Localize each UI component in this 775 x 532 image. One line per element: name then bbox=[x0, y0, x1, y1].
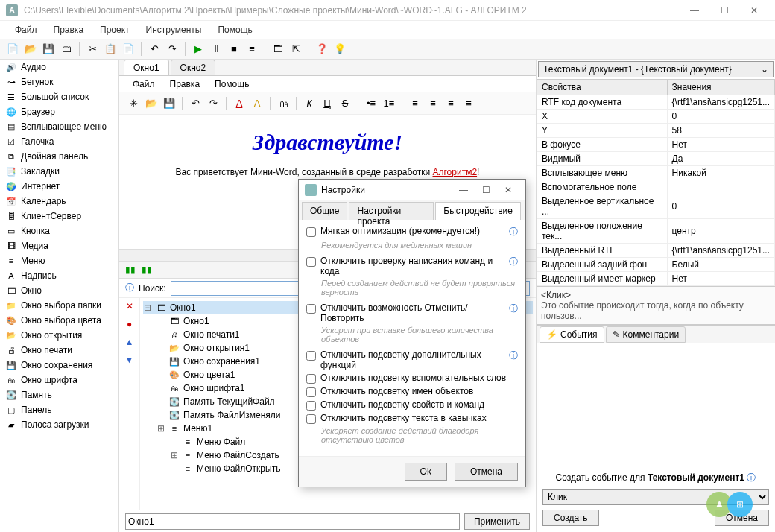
bullets-icon[interactable]: •≡ bbox=[363, 95, 379, 112]
option-checkbox[interactable] bbox=[306, 414, 316, 424]
prop-value[interactable]: Да bbox=[667, 152, 774, 166]
cut-icon[interactable]: ✂ bbox=[84, 41, 101, 57]
expand-icon[interactable]: ⊟ bbox=[143, 303, 152, 313]
window-icon[interactable]: 🗔 bbox=[270, 41, 286, 57]
palette-item[interactable]: ≡Меню bbox=[0, 253, 118, 268]
palette-item[interactable]: 🎨Окно выбора цвета bbox=[0, 313, 118, 328]
palette-item[interactable]: ⊶Бегунок bbox=[0, 75, 118, 89]
apply-button[interactable]: Применить bbox=[464, 513, 530, 530]
option-checkbox[interactable] bbox=[306, 227, 316, 237]
palette-item[interactable]: 📂Окно открытия bbox=[0, 328, 118, 343]
component-palette[interactable]: 🔊Аудио⊶Бегунок☰Большой список🌐Браузер▤Вс… bbox=[0, 60, 119, 532]
property-row[interactable]: Вспомогательное поле bbox=[537, 180, 775, 194]
help-icon[interactable]: ⓘ bbox=[747, 472, 756, 483]
palette-item[interactable]: 🗔Окно bbox=[0, 283, 118, 298]
prop-value[interactable]: 0 bbox=[667, 194, 774, 219]
option-checkbox[interactable] bbox=[306, 374, 316, 384]
help-icon[interactable]: ⓘ bbox=[509, 256, 518, 268]
save-icon[interactable]: 💾 bbox=[40, 41, 57, 57]
palette-item[interactable]: 🔊Аудио bbox=[0, 60, 118, 75]
doc-new-icon[interactable]: ✳ bbox=[125, 95, 142, 112]
object-name-input[interactable] bbox=[125, 513, 460, 530]
help-icon[interactable]: ⓘ bbox=[509, 303, 518, 315]
option-checkbox[interactable] bbox=[306, 257, 316, 267]
menu-Помощь[interactable]: Помощь bbox=[210, 23, 259, 37]
prop-value[interactable]: Нет bbox=[667, 138, 774, 152]
doc-menu-item[interactable]: Правка bbox=[164, 77, 206, 91]
minimize-button[interactable]: ― bbox=[680, 0, 709, 21]
greeting-link[interactable]: Алгоритм2 bbox=[433, 167, 478, 177]
palette-item[interactable]: ☑Галочка bbox=[0, 134, 118, 149]
palette-item[interactable]: 💽Память bbox=[0, 387, 118, 402]
prop-value[interactable] bbox=[667, 180, 774, 194]
palette-item[interactable]: 🗛Окно шрифта bbox=[0, 373, 118, 387]
run-icon[interactable]: ▶ bbox=[190, 41, 206, 57]
open-icon[interactable]: 📂 bbox=[22, 41, 39, 57]
menu-Файл[interactable]: Файл bbox=[7, 23, 45, 37]
numbers-icon[interactable]: 1≡ bbox=[381, 95, 397, 112]
property-row[interactable]: В фокусеНет bbox=[537, 138, 775, 152]
property-row[interactable]: RTF код документа{\rtf1\ansi\ansicpg1251… bbox=[537, 95, 775, 110]
object-selector-combo[interactable]: Текстовый документ1 - {Текстовый докумен… bbox=[538, 61, 774, 77]
dialog-tab-general[interactable]: Общие bbox=[302, 202, 347, 220]
property-row[interactable]: Выделенное вертикальное ...0 bbox=[537, 194, 775, 219]
option-checkbox[interactable] bbox=[306, 387, 316, 397]
palette-item[interactable]: 💾Окно сохранения bbox=[0, 358, 118, 373]
dialog-cancel-button[interactable]: Отмена bbox=[455, 463, 518, 481]
prop-value[interactable]: {\rtf1\ansi\ansicpg1251... bbox=[667, 244, 774, 258]
doc-redo-icon[interactable]: ↷ bbox=[205, 95, 221, 112]
marker-icon-2[interactable]: ▮▮ bbox=[142, 265, 152, 275]
maximize-button[interactable]: ☐ bbox=[709, 0, 739, 21]
palette-item[interactable]: 🌐Браузер bbox=[0, 104, 118, 119]
align-right-icon[interactable]: ≡ bbox=[443, 95, 459, 112]
undo-icon[interactable]: ↶ bbox=[146, 41, 162, 57]
align-justify-icon[interactable]: ≡ bbox=[461, 95, 477, 112]
highlight-icon[interactable]: A bbox=[249, 95, 265, 112]
menu-Проект[interactable]: Проект bbox=[92, 23, 137, 37]
new-icon[interactable]: 📄 bbox=[4, 41, 21, 57]
palette-item[interactable]: AНадпись bbox=[0, 268, 118, 283]
saveall-icon[interactable]: 🗃 bbox=[58, 41, 75, 57]
tab-events[interactable]: ⚡События bbox=[540, 326, 604, 343]
palette-item[interactable]: 🎞Медиа bbox=[0, 238, 118, 253]
property-grid[interactable]: СвойстваЗначения RTF код документа{\rtf1… bbox=[537, 79, 775, 286]
close-button[interactable]: ✕ bbox=[739, 0, 769, 21]
property-row[interactable]: Выделенный имеет маркерНет bbox=[537, 272, 775, 286]
underline-icon[interactable]: Ц bbox=[319, 95, 335, 112]
font-color-icon[interactable]: A bbox=[231, 95, 247, 112]
pause-icon[interactable]: ⏸ bbox=[208, 41, 224, 57]
palette-item[interactable]: ▰Полоса загрузки bbox=[0, 417, 118, 432]
stop-icon[interactable]: ■ bbox=[226, 41, 242, 57]
font-icon[interactable]: 🗛 bbox=[275, 95, 291, 112]
paste-icon[interactable]: 📄 bbox=[120, 41, 136, 57]
property-row[interactable]: X0 bbox=[537, 110, 775, 124]
bold-icon[interactable]: К bbox=[301, 95, 317, 112]
prop-value[interactable]: Никакой bbox=[667, 166, 774, 180]
prop-value[interactable]: Белый bbox=[667, 258, 774, 272]
palette-item[interactable]: 🖨Окно печати bbox=[0, 343, 118, 358]
doc-menu-item[interactable]: Помощь bbox=[209, 77, 255, 91]
help-icon[interactable]: ⓘ bbox=[509, 226, 518, 238]
option-checkbox[interactable] bbox=[306, 351, 316, 361]
dialog-titlebar[interactable]: Настройки ― ☐ ✕ bbox=[299, 180, 525, 200]
window-tab[interactable]: Окно2 bbox=[171, 60, 216, 75]
expand-icon[interactable]: ⊞ bbox=[156, 423, 165, 434]
palette-item[interactable]: 🌍Интернет bbox=[0, 179, 118, 194]
doc-undo-icon[interactable]: ↶ bbox=[187, 95, 203, 112]
prop-value[interactable]: 58 bbox=[667, 124, 774, 138]
property-row[interactable]: ВидимыйДа bbox=[537, 152, 775, 166]
copy-icon[interactable]: 📋 bbox=[102, 41, 118, 57]
help-icon[interactable]: ❓ bbox=[314, 41, 330, 57]
property-row[interactable]: Выделенное положение тек...центр bbox=[537, 219, 775, 244]
property-row[interactable]: Y58 bbox=[537, 124, 775, 138]
palette-item[interactable]: ▭Кнопка bbox=[0, 224, 118, 238]
palette-item[interactable]: ⧉Двойная панель bbox=[0, 149, 118, 164]
dialog-close-button[interactable]: ✕ bbox=[497, 185, 519, 195]
info-icon[interactable]: ⓘ bbox=[125, 282, 134, 294]
gutter-icon[interactable]: ▼ bbox=[125, 355, 134, 365]
doc-menu-item[interactable]: Файл bbox=[127, 77, 161, 91]
option-checkbox[interactable] bbox=[306, 401, 316, 411]
align-left-icon[interactable]: ≡ bbox=[407, 95, 423, 112]
property-row[interactable]: Всплывающее менюНикакой bbox=[537, 166, 775, 180]
palette-item[interactable]: 📅Календарь bbox=[0, 194, 118, 209]
